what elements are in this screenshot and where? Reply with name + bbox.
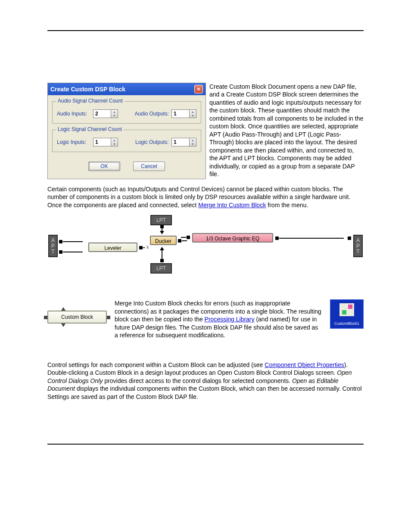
audio-inputs-label: Audio Inputs: [57, 111, 90, 117]
eq-block: 1/3 Octave Graphic EQ [192, 233, 273, 243]
audio-inputs-stepper[interactable]: ▲▼ [93, 109, 118, 118]
logic-groupbox: Logic Signal Channel Count Logic Inputs:… [52, 130, 201, 152]
component-properties-link[interactable]: Component Object Properties [265, 361, 344, 368]
audio-outputs-stepper[interactable]: ▲▼ [171, 109, 196, 118]
ducker-block: sDucker [150, 236, 177, 245]
chevron-up-icon[interactable]: ▲ [111, 138, 118, 142]
chevron-down-icon[interactable]: ▼ [111, 142, 118, 146]
logic-inputs-label: Logic Inputs: [57, 139, 90, 145]
merge-paragraph: Certain components (such as Inputs/Outpu… [47, 185, 364, 209]
logic-outputs-label: Logic Outputs: [135, 139, 169, 145]
chevron-up-icon[interactable]: ▲ [111, 110, 118, 114]
audio-outputs-label: Audio Outputs: [135, 111, 169, 117]
group-legend: Audio Signal Channel Count [56, 98, 125, 104]
intro-paragraph: Create Custom Block Document opens a new… [209, 83, 364, 179]
ok-button[interactable]: OK [88, 162, 120, 171]
signal-flow-diagram: APT APT LPT LPT Leveler sDucker 1/3 Octa… [48, 215, 363, 275]
processing-library-link[interactable]: Processing Library [205, 316, 255, 323]
apt-right-block: APT [353, 235, 363, 257]
lpt-bottom-block: LPT [150, 263, 172, 274]
close-icon[interactable]: × [194, 85, 203, 93]
logic-inputs-stepper[interactable]: ▲▼ [93, 138, 118, 146]
logic-outputs-field[interactable] [171, 138, 190, 146]
logic-inputs-field[interactable] [93, 138, 111, 146]
create-custom-dsp-dialog: Create Custom DSP Block × Audio Signal C… [47, 83, 206, 179]
catalog-caption: CustomBlock1 [334, 321, 359, 326]
chevron-down-icon[interactable]: ▼ [111, 114, 118, 118]
custom-block-icon [339, 303, 354, 316]
dialog-titlebar: Create Custom DSP Block × [48, 83, 206, 95]
audio-groupbox: Audio Signal Channel Count Audio Inputs:… [52, 101, 201, 124]
chevron-up-icon[interactable]: ▲ [190, 110, 196, 114]
chevron-up-icon[interactable]: ▲ [190, 138, 196, 142]
merge-link[interactable]: Merge Into Custom Block [198, 202, 266, 208]
apt-left-block: APT [48, 235, 58, 257]
audio-outputs-field[interactable] [171, 109, 190, 118]
merge-result-paragraph: Merge Into Custom Block checks for error… [115, 299, 322, 339]
custom-block-node: Custom Block [47, 311, 107, 324]
cancel-button[interactable]: Cancel [133, 162, 165, 171]
audio-inputs-field[interactable] [93, 109, 111, 118]
catalog-item[interactable]: CustomBlock1 [330, 299, 364, 329]
dialog-title: Create Custom DSP Block [50, 86, 125, 93]
chevron-down-icon[interactable]: ▼ [190, 142, 196, 146]
lpt-top-block: LPT [150, 215, 172, 225]
control-settings-paragraph: Control settings for each component with… [47, 361, 364, 401]
chevron-down-icon[interactable]: ▼ [190, 114, 196, 118]
logic-outputs-stepper[interactable]: ▲▼ [171, 138, 196, 146]
group-legend: Logic Signal Channel Count [56, 126, 124, 132]
leveler-block: Leveler [88, 243, 137, 252]
